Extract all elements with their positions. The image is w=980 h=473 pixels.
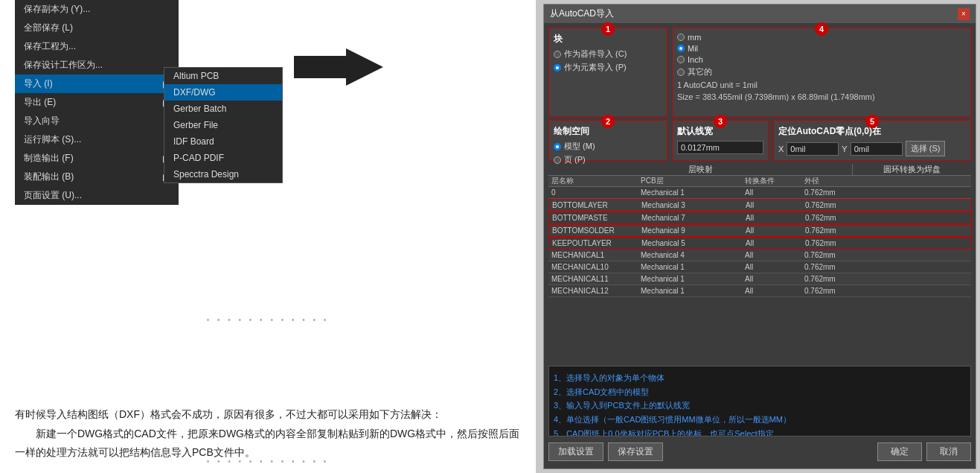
cell-outer-dia: 0.762mm [802, 213, 862, 223]
table-row[interactable]: BOTTOMPASTEMechanical 7All0.762mm [548, 212, 971, 224]
radio-other-icon [677, 69, 685, 76]
table-row[interactable]: 0Mechanical 1All0.762mm [548, 187, 971, 199]
draw-space-model[interactable]: 模型 (M) [554, 141, 662, 152]
import-dialog: 从AutoCAD导入 × 1 块 作为器件导入 (C) [543, 4, 976, 469]
context-menu: 保存副本为 (Y)... 全部保存 (L) 保存工程为... 保存设计工作区为.… [15, 0, 179, 205]
middle-row: 2 绘制空间 模型 (M) 页 (P) [548, 120, 971, 161]
submenu-dxf-dwg[interactable]: DXF/DWG [164, 84, 282, 101]
menu-item-save-workspace[interactable]: 保存设计工作区为... [15, 56, 179, 74]
cell-outer-dia: 0.762mm [802, 200, 862, 210]
instruction-line: 2、选择CAD文档中的模型 [554, 385, 966, 399]
table-row[interactable]: MECHANICAL10Mechanical 1All0.762mm [548, 261, 971, 273]
cell-condition: All [742, 188, 801, 197]
table-row[interactable]: MECHANICAL11Mechanical 1All0.762mm [548, 273, 971, 285]
table-row[interactable]: MECHANICAL12Mechanical 1All0.762mm [548, 285, 971, 297]
radio-page-icon [554, 156, 561, 164]
dialog-title-bar: 从AutoCAD导入 × [544, 4, 976, 23]
cell-layer-name: 0 [548, 188, 638, 197]
default-width-input[interactable] [677, 141, 763, 154]
cell-layer-name: MECHANICAL10 [548, 262, 638, 272]
cell-pcb-layer: Mechanical 9 [638, 226, 743, 235]
y-input[interactable] [851, 142, 903, 156]
cell-outer-dia: 0.762mm [801, 274, 861, 284]
menu-item-run-script[interactable]: 运行脚本 (S)... [15, 130, 179, 149]
table-row[interactable]: BOTTOMLAYERMechanical 3All0.762mm [548, 199, 971, 212]
radio-component-icon [554, 51, 561, 58]
left-panel: 保存副本为 (Y)... 全部保存 (L) 保存工程为... 保存设计工作区为.… [0, 0, 536, 473]
table-header-ring: 圆环转换为焊盘 [852, 164, 971, 175]
right-panel: 从AutoCAD导入 × 1 块 作为器件导入 (C) [536, 0, 980, 473]
draw-space-page[interactable]: 页 (P) [554, 154, 662, 165]
menu-item-page-setup[interactable]: 页面设置 (U)... [15, 186, 179, 205]
bottom-left-buttons: 加载设置 保存设置 [548, 442, 663, 461]
menu-item-import-wizard[interactable]: 导入向导 [15, 112, 179, 130]
cell-layer-name: BOTTOMLAYER [549, 200, 638, 210]
top-row: 1 块 作为器件导入 (C) 作为元素导入 (P) [548, 28, 971, 117]
section-number-3: 3 [714, 115, 727, 128]
menu-item-fab-output[interactable]: 制造输出 (F) ▶ [15, 149, 179, 168]
layer-table-rows: 0Mechanical 1All0.762mmBOTTOMLAYERMechan… [548, 187, 971, 363]
cell-pcb-layer: Mechanical 7 [638, 213, 743, 223]
menu-item-save-all[interactable]: 全部保存 (L) [15, 19, 179, 37]
cell-pcb-layer: Mechanical 5 [638, 238, 743, 248]
blocks-radio-group: 作为器件导入 (C) 作为元素导入 (P) [554, 48, 662, 73]
confirm-button[interactable]: 确定 [877, 442, 922, 461]
submenu-gerber-file[interactable]: Gerber File [164, 117, 282, 133]
table-header-mapping: 层映射 [548, 164, 852, 175]
close-button[interactable]: × [958, 8, 970, 20]
cell-layer-name: BOTTOMPASTE [549, 213, 638, 223]
cell-pcb-layer: Mechanical 1 [638, 286, 742, 296]
radio-element-icon [554, 64, 561, 72]
section-number-1: 1 [601, 22, 615, 36]
scale-option-other[interactable]: 其它的 [677, 66, 966, 77]
paragraph-2: 新建一个DWG格式的CAD文件，把原来DWG格式的内容全部复制粘贴到新的DWG格… [15, 425, 521, 462]
submenu-gerber-batch[interactable]: Gerber Batch [164, 101, 282, 117]
scale-option-inch[interactable]: Inch [677, 55, 966, 64]
locate-section: 5 定位AutoCAD零点(0,0)在 X Y 选择 (S) [773, 120, 971, 161]
instruction-line: 5、CAD图纸上0.0坐标对应PCB上的坐标，也可点Select指定。 [554, 427, 966, 437]
scale-radio-group: mm Mil Inch 其它的 [677, 33, 966, 77]
blocks-option-component[interactable]: 作为器件导入 (C) [554, 48, 662, 60]
table-row[interactable]: KEEPOUTLAYERMechanical 5All0.762mm [548, 237, 971, 250]
radio-mm-icon [677, 34, 685, 41]
save-settings-button[interactable]: 保存设置 [608, 442, 663, 461]
load-settings-button[interactable]: 加载设置 [548, 442, 603, 461]
draw-space-radio-group: 模型 (M) 页 (P) [554, 141, 662, 165]
x-input[interactable] [787, 142, 839, 156]
dots-separator-bottom: • • • • • • • • • • • • [0, 457, 536, 466]
menu-item-export[interactable]: 导出 (E) ▶ [15, 93, 179, 112]
dots-separator-top: • • • • • • • • • • • • [0, 316, 536, 324]
layer-table-section: 层映射 圆环转换为焊盘 层名称 PCB层 转换条件 外径 0Mechanical… [548, 164, 971, 363]
draw-space-section: 2 绘制空间 模型 (M) 页 (P) [548, 120, 667, 161]
select-button[interactable]: 选择 (S) [906, 141, 946, 156]
instruction-line: 1、选择导入的对象为单个物体 [554, 371, 966, 385]
cell-outer-dia: 0.762mm [801, 286, 861, 296]
x-label: X [778, 145, 784, 153]
locate-inputs-row: X Y 选择 (S) [778, 141, 966, 156]
col-header-condition: 转换条件 [742, 176, 801, 186]
cell-condition: All [743, 238, 802, 248]
cell-pcb-layer: Mechanical 1 [638, 274, 742, 284]
cell-layer-name: MECHANICAL12 [548, 286, 638, 296]
cell-layer-name: MECHANICAL11 [548, 274, 638, 284]
menu-item-save-copy[interactable]: 保存副本为 (Y)... [15, 0, 179, 19]
table-row[interactable]: MECHANICAL1Mechanical 4All0.762mm [548, 250, 971, 261]
arrow-indicator [294, 45, 383, 92]
submenu-specctra[interactable]: Specctra Design [164, 166, 282, 182]
cancel-button[interactable]: 取消 [926, 442, 971, 461]
menu-item-import[interactable]: 导入 (I) ▶ [15, 74, 179, 93]
cell-layer-name: BOTTOMSOLDER [549, 226, 638, 235]
submenu-altium-pcb[interactable]: Altium PCB [164, 68, 282, 84]
scale-section: 4 mm Mil Inch [672, 28, 971, 117]
instruction-line: 3、输入导入到PCB文件上的默认线宽 [554, 399, 966, 413]
menu-item-assembly-output[interactable]: 装配输出 (B) ▶ [15, 168, 179, 186]
table-row[interactable]: BOTTOMSOLDERMechanical 9All0.762mm [548, 224, 971, 237]
cell-condition: All [742, 274, 801, 284]
cell-condition: All [743, 200, 802, 210]
submenu-pcad-pdif[interactable]: P-CAD PDIF [164, 150, 282, 166]
blocks-option-element[interactable]: 作为元素导入 (P) [554, 62, 662, 73]
submenu-idf-board[interactable]: IDF Board [164, 133, 282, 150]
scale-option-mil[interactable]: Mil [677, 44, 966, 53]
menu-item-save-project[interactable]: 保存工程为... [15, 37, 179, 56]
col-header-layer: 层名称 [548, 176, 638, 186]
